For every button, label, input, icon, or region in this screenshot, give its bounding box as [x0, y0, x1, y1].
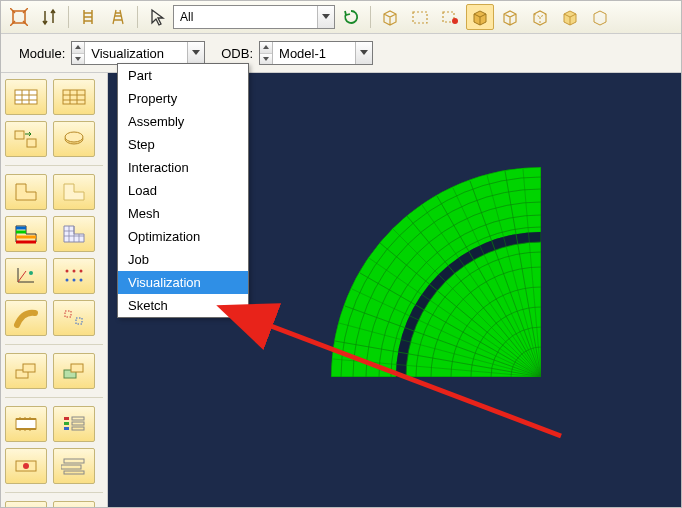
- sort-icon[interactable]: [35, 4, 63, 30]
- ladder-icon[interactable]: [74, 4, 102, 30]
- svg-rect-1: [413, 12, 427, 23]
- perspective-icon[interactable]: [104, 4, 132, 30]
- cube-shaded-icon[interactable]: [466, 4, 494, 30]
- svg-rect-25: [72, 422, 84, 425]
- chevron-up-icon[interactable]: [260, 42, 272, 54]
- tool-film2-icon[interactable]: [5, 448, 47, 484]
- box-add-icon[interactable]: [436, 4, 464, 30]
- svg-rect-26: [72, 427, 84, 430]
- svg-rect-24: [72, 417, 84, 420]
- chevron-down-icon[interactable]: [317, 6, 334, 28]
- tool-panel2-icon[interactable]: [53, 501, 95, 508]
- tool-lshape2-icon[interactable]: [53, 174, 95, 210]
- tool-grid2-icon[interactable]: [53, 79, 95, 115]
- svg-point-12: [73, 270, 76, 273]
- chevron-down-icon[interactable]: [355, 42, 372, 64]
- svg-rect-7: [27, 139, 36, 147]
- tool-layers1-icon[interactable]: [5, 353, 47, 389]
- module-select[interactable]: Visualization: [71, 41, 205, 65]
- tool-film1-icon[interactable]: [5, 406, 47, 442]
- svg-point-3: [452, 18, 458, 24]
- menu-item-optimization[interactable]: Optimization: [118, 225, 248, 248]
- cube-front-icon[interactable]: [556, 4, 584, 30]
- tool-dots2-icon[interactable]: [53, 300, 95, 336]
- svg-rect-34: [64, 471, 84, 474]
- menu-item-assembly[interactable]: Assembly: [118, 110, 248, 133]
- tool-list2-icon[interactable]: [53, 448, 95, 484]
- svg-rect-20: [23, 364, 35, 372]
- toolbox-separator: [5, 165, 103, 166]
- module-dropdown: Part Property Assembly Step Interaction …: [117, 63, 249, 318]
- chevron-down-icon[interactable]: [187, 42, 204, 64]
- odb-select-value: Model-1: [273, 46, 355, 61]
- fem-mesh-graphic: [331, 167, 681, 508]
- tool-axes-icon[interactable]: [5, 258, 47, 294]
- app-window: All Module:: [0, 0, 682, 508]
- cube1-icon[interactable]: [376, 4, 404, 30]
- svg-point-11: [66, 270, 69, 273]
- filter-select[interactable]: All: [173, 5, 335, 29]
- tool-sweep-icon[interactable]: [5, 300, 47, 336]
- menu-item-property[interactable]: Property: [118, 87, 248, 110]
- svg-rect-28: [64, 422, 69, 425]
- menu-item-visualization[interactable]: Visualization: [118, 271, 248, 294]
- svg-rect-23: [16, 419, 36, 429]
- top-toolbar: All: [1, 1, 681, 34]
- spin-control[interactable]: [260, 42, 273, 64]
- toolbox-separator: [5, 492, 103, 493]
- chevron-down-icon[interactable]: [72, 54, 84, 65]
- svg-point-14: [66, 279, 69, 282]
- menu-item-sketch[interactable]: Sketch: [118, 294, 248, 317]
- svg-rect-18: [76, 318, 82, 324]
- tool-lshape-icon[interactable]: [5, 174, 47, 210]
- tool-list1-icon[interactable]: [53, 406, 95, 442]
- svg-rect-29: [64, 427, 69, 430]
- cube-wire-icon[interactable]: [496, 4, 524, 30]
- svg-point-13: [80, 270, 83, 273]
- side-toolbox: XY: [1, 73, 108, 508]
- svg-rect-5: [63, 90, 85, 104]
- tool-meshsmall-icon[interactable]: [53, 216, 95, 252]
- svg-rect-6: [15, 131, 24, 139]
- tool-panel1-icon[interactable]: [5, 501, 47, 508]
- spin-control[interactable]: [72, 42, 85, 64]
- svg-rect-32: [64, 459, 84, 463]
- module-label: Module:: [19, 46, 65, 61]
- box-select-icon[interactable]: [406, 4, 434, 30]
- cursor-icon[interactable]: [143, 4, 171, 30]
- chevron-down-icon[interactable]: [260, 54, 272, 65]
- main-area: XY: [1, 73, 681, 508]
- toolbar-divider: [137, 6, 138, 28]
- tool-disc-icon[interactable]: [53, 121, 95, 157]
- menu-item-part[interactable]: Part: [118, 64, 248, 87]
- svg-rect-17: [65, 311, 71, 317]
- svg-rect-33: [61, 465, 81, 469]
- toolbar-divider: [68, 6, 69, 28]
- svg-rect-27: [64, 417, 69, 420]
- menu-item-step[interactable]: Step: [118, 133, 248, 156]
- chevron-up-icon[interactable]: [72, 42, 84, 54]
- odb-label: ODB:: [221, 46, 253, 61]
- menu-item-mesh[interactable]: Mesh: [118, 202, 248, 225]
- tool-swap-icon[interactable]: [5, 121, 47, 157]
- fit-view-icon[interactable]: [5, 4, 33, 30]
- menu-item-interaction[interactable]: Interaction: [118, 156, 248, 179]
- svg-rect-4: [15, 90, 37, 104]
- refresh-icon[interactable]: [337, 4, 365, 30]
- tool-layers2-icon[interactable]: [53, 353, 95, 389]
- cube-hidden-icon[interactable]: [526, 4, 554, 30]
- odb-select[interactable]: Model-1: [259, 41, 373, 65]
- module-select-value: Visualization: [85, 46, 187, 61]
- svg-point-15: [73, 279, 76, 282]
- filter-select-value: All: [174, 10, 317, 24]
- tool-contour-icon[interactable]: [5, 216, 47, 252]
- cube-back-icon[interactable]: [586, 4, 614, 30]
- toolbox-separator: [5, 344, 103, 345]
- svg-rect-22: [71, 364, 83, 372]
- tool-dots1-icon[interactable]: [53, 258, 95, 294]
- menu-item-job[interactable]: Job: [118, 248, 248, 271]
- menu-item-load[interactable]: Load: [118, 179, 248, 202]
- svg-point-16: [80, 279, 83, 282]
- toolbox-separator: [5, 397, 103, 398]
- tool-grid1-icon[interactable]: [5, 79, 47, 115]
